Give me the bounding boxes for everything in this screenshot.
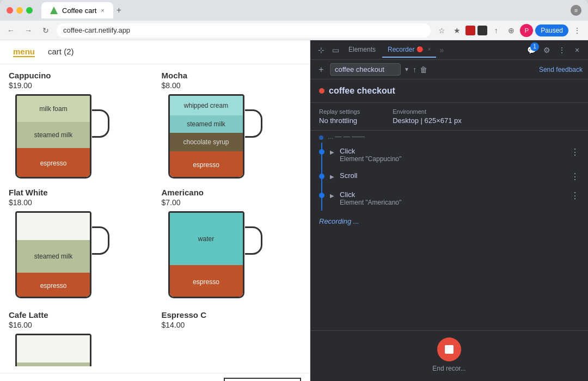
main-area: menu cart (2) Cappucino $19.00 milk foam… bbox=[0, 40, 588, 381]
cappucino-milk-layer: steamed milk bbox=[17, 122, 90, 148]
replay-settings-label: Replay settings bbox=[319, 108, 360, 115]
nav-icons: ☆ ★ ↑ ⊕ P Paused ⋮ bbox=[435, 24, 584, 37]
nav-bar: ← → ↻ ☆ ★ ↑ ⊕ P Paused ⋮ bbox=[0, 21, 588, 40]
cursor-tool-icon[interactable]: ⊹ bbox=[315, 44, 328, 57]
click-americano-step[interactable]: ▶ Click Element "Americano" ⋮ bbox=[310, 186, 588, 211]
refresh-button[interactable]: ↻ bbox=[39, 24, 52, 37]
scroll-step[interactable]: ▶ Scroll ⋮ bbox=[310, 167, 588, 186]
cappucino-title: Cappucino bbox=[9, 71, 149, 80]
espresso-c-card[interactable]: Espresso C $14.00 bbox=[162, 310, 302, 366]
step-2-menu-icon[interactable]: ⋮ bbox=[571, 171, 579, 182]
expand-click-2-icon[interactable]: ▶ bbox=[330, 193, 334, 199]
maximize-button[interactable] bbox=[26, 7, 33, 14]
flat-white-card[interactable]: Flat White $18.00 steamed milk espresso bbox=[9, 188, 149, 304]
click-cappucino-title: Click bbox=[340, 147, 565, 155]
expand-click-1-icon[interactable]: ▶ bbox=[330, 149, 334, 155]
recording-indicator bbox=[319, 88, 324, 94]
forward-button[interactable]: → bbox=[22, 24, 35, 37]
cafe-latte-mug-partial bbox=[9, 334, 109, 366]
ext-icon-2[interactable] bbox=[477, 26, 487, 35]
send-feedback-link[interactable]: Send feedback bbox=[539, 66, 583, 73]
coffee-website: menu cart (2) Cappucino $19.00 milk foam… bbox=[0, 40, 310, 381]
cafe-latte-card[interactable]: Cafe Latte $16.00 bbox=[9, 310, 149, 366]
bookmark-icon[interactable]: ☆ bbox=[435, 24, 448, 37]
recorder-tab[interactable]: Recorder 🔴 × bbox=[382, 42, 436, 58]
step-dot-click-1 bbox=[319, 149, 324, 155]
title-bar: Coffee cart × + ≡ bbox=[0, 0, 588, 21]
recorder-settings: Replay settings No throttling Environmen… bbox=[310, 103, 588, 131]
cappucino-handle bbox=[92, 109, 109, 138]
step-line-3 bbox=[321, 186, 322, 211]
total-badge: Total: $26.00 bbox=[224, 378, 301, 381]
cappucino-card[interactable]: Cappucino $19.00 milk foam steamed milk … bbox=[9, 71, 149, 181]
step-dot-click-2 bbox=[319, 193, 324, 198]
cart-nav-item[interactable]: cart (2) bbox=[48, 47, 74, 57]
ext-icon-3[interactable]: ↑ bbox=[489, 24, 503, 37]
recording-name-input[interactable] bbox=[330, 63, 401, 76]
tab-favicon bbox=[50, 7, 58, 14]
recording-title-area: ▼ bbox=[330, 63, 409, 76]
export-recording-button[interactable]: ↑ bbox=[413, 65, 416, 74]
click-americano-subtitle: Element "Americano" bbox=[340, 199, 565, 206]
active-tab[interactable]: Coffee cart × bbox=[41, 2, 113, 19]
total-bar: Total: $26.00 bbox=[0, 373, 310, 381]
paused-button[interactable]: Paused bbox=[535, 24, 568, 36]
elements-tab[interactable]: Elements bbox=[343, 42, 381, 58]
coffee-grid: Cappucino $19.00 milk foam steamed milk … bbox=[0, 64, 310, 373]
flat-white-milk-layer: steamed milk bbox=[17, 240, 90, 273]
mocha-mug: whipped cream steamed milk chocolate syr… bbox=[162, 94, 262, 181]
step-cappucino-partial: ... — — —— bbox=[310, 131, 588, 143]
click-cappucino-step[interactable]: ▶ Click Element "Cappucino" ⋮ bbox=[310, 143, 588, 167]
americano-card[interactable]: Americano $7.00 water espresso bbox=[162, 188, 302, 304]
more-tabs-icon[interactable]: » bbox=[439, 46, 444, 54]
cappucino-foam-layer: milk foam bbox=[17, 96, 90, 122]
ext-icon-1[interactable] bbox=[465, 26, 475, 35]
tab-title: Coffee cart bbox=[62, 7, 96, 15]
settings-icon[interactable]: ⚙ bbox=[540, 44, 553, 57]
add-recording-button[interactable]: + bbox=[316, 64, 327, 75]
address-bar[interactable] bbox=[57, 23, 431, 38]
flat-white-handle bbox=[92, 226, 109, 255]
step-1-preview: ... — — —— bbox=[328, 133, 579, 140]
flat-white-price: $18.00 bbox=[9, 198, 149, 207]
flat-white-espresso-layer: espresso bbox=[17, 273, 90, 298]
recorder-tab-close[interactable]: × bbox=[427, 46, 431, 52]
new-tab-button[interactable]: + bbox=[113, 2, 125, 19]
step-1-menu-icon[interactable]: ⋮ bbox=[571, 147, 579, 157]
flat-white-mug: steamed milk espresso bbox=[9, 211, 109, 304]
user-avatar[interactable]: P bbox=[520, 24, 533, 37]
end-recording-label: End recor... bbox=[432, 365, 465, 372]
tab-close-button[interactable]: × bbox=[101, 7, 104, 14]
dropdown-arrow-icon[interactable]: ▼ bbox=[404, 66, 409, 72]
devtools-more-icon[interactable]: ⋮ bbox=[555, 44, 568, 57]
delete-recording-button[interactable]: 🗑 bbox=[420, 65, 427, 74]
environment-group: Environment Desktop | 625×671 px bbox=[393, 108, 462, 125]
mocha-espresso-layer: espresso bbox=[170, 151, 243, 179]
stop-recording-button[interactable] bbox=[437, 337, 461, 361]
americano-title: Americano bbox=[162, 188, 302, 197]
step-3-menu-icon[interactable]: ⋮ bbox=[571, 190, 579, 201]
expand-scroll-icon[interactable]: ▶ bbox=[330, 174, 334, 180]
menu-nav-item[interactable]: menu bbox=[13, 47, 35, 57]
mocha-milk-layer: steamed milk bbox=[170, 115, 243, 133]
chrome-more-icon[interactable]: ⋮ bbox=[571, 24, 584, 37]
end-recording-area: End recor... bbox=[310, 330, 588, 381]
close-button[interactable] bbox=[7, 7, 13, 14]
flat-white-top-layer bbox=[17, 213, 90, 240]
minimize-button[interactable] bbox=[16, 7, 23, 14]
scroll-content: Scroll bbox=[340, 171, 565, 180]
mocha-card[interactable]: Mocha $8.00 whipped cream steamed milk c… bbox=[162, 71, 302, 181]
notifications-icon[interactable]: 💬 1 bbox=[525, 44, 538, 57]
espresso-c-price: $14.00 bbox=[162, 321, 302, 329]
americano-water-layer: water bbox=[170, 213, 243, 265]
star-icon[interactable]: ★ bbox=[450, 24, 463, 37]
ext-icon-4[interactable]: ⊕ bbox=[505, 24, 518, 37]
back-button[interactable]: ← bbox=[4, 24, 17, 37]
recorder-toolbar: + ▼ ↑ 🗑 Send feedback bbox=[310, 60, 588, 79]
no-throttling-value[interactable]: No throttling bbox=[319, 116, 360, 125]
browser-window: Coffee cart × + ≡ ← → ↻ ☆ ★ ↑ ⊕ P Paused… bbox=[0, 0, 588, 381]
notifications-badge: 1 bbox=[530, 42, 539, 51]
devtools-close-icon[interactable]: × bbox=[571, 44, 584, 57]
replay-settings-group: Replay settings No throttling bbox=[319, 108, 360, 125]
device-tool-icon[interactable]: ▭ bbox=[329, 44, 342, 57]
